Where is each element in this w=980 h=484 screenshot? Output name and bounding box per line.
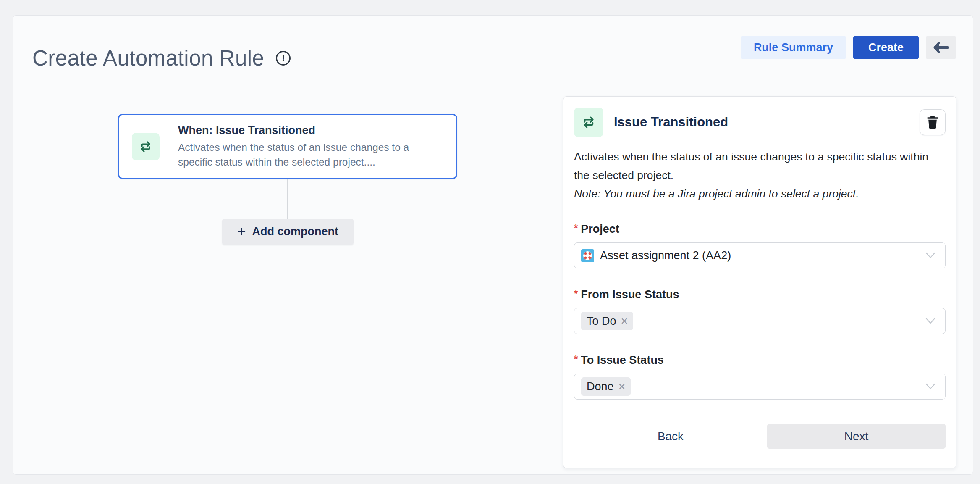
from-status-tag: To Do × [581, 312, 633, 330]
to-status-tag-text: Done [587, 380, 614, 393]
from-status-tag-text: To Do [587, 315, 616, 328]
from-status-field-label: * From Issue Status [574, 288, 946, 301]
project-field-label: * Project [574, 223, 946, 236]
required-asterisk: * [574, 288, 578, 300]
project-value-text: Asset assignment 2 (AA2) [600, 249, 731, 262]
panel-note: Note: You must be a Jira project admin t… [574, 184, 946, 203]
to-status-select[interactable]: Done × [574, 374, 946, 400]
main-container: Create Automation Rule ! Rule Summary Cr… [13, 15, 973, 475]
required-asterisk: * [574, 353, 578, 365]
trash-icon [926, 116, 939, 129]
remove-tag-icon[interactable]: × [618, 381, 626, 393]
trigger-node[interactable]: When: Issue Transitioned Activates when … [118, 114, 457, 179]
info-icon[interactable]: ! [276, 51, 291, 66]
trigger-node-description: Activates when the status of an issue ch… [178, 140, 443, 169]
panel-title: Issue Transitioned [614, 115, 728, 130]
chevron-down-icon [925, 318, 936, 324]
page-title: Create Automation Rule [32, 46, 264, 71]
from-status-label-text: From Issue Status [581, 288, 679, 301]
project-avatar-icon [581, 249, 594, 262]
node-connector-line [287, 179, 288, 219]
from-status-select[interactable]: To Do × [574, 308, 946, 334]
remove-tag-icon[interactable]: × [621, 315, 628, 327]
trigger-node-text: When: Issue Transitioned Activates when … [178, 124, 443, 169]
rule-summary-button[interactable]: Rule Summary [741, 36, 846, 59]
next-button[interactable]: Next [767, 424, 946, 449]
project-selected-value: Asset assignment 2 (AA2) [581, 249, 731, 262]
delete-component-button[interactable] [920, 109, 946, 135]
arrow-left-icon [933, 41, 949, 54]
chevron-down-icon [925, 383, 936, 390]
add-component-label: Add component [252, 225, 338, 238]
back-arrow-button[interactable] [926, 36, 956, 59]
page-header: Create Automation Rule ! [32, 46, 291, 71]
create-button[interactable]: Create [853, 36, 919, 59]
panel-actions: Back Next [574, 424, 946, 449]
config-panel: Issue Transitioned Activates when the st… [563, 96, 956, 468]
to-status-field-label: * To Issue Status [574, 354, 946, 367]
add-component-button[interactable]: + Add component [222, 219, 354, 245]
to-status-label-text: To Issue Status [581, 354, 664, 367]
header-actions: Rule Summary Create [741, 36, 956, 59]
required-asterisk: * [574, 222, 578, 234]
chevron-down-icon [925, 252, 936, 259]
to-status-tag: Done × [581, 377, 631, 396]
project-label-text: Project [581, 223, 619, 236]
panel-header: Issue Transitioned [574, 108, 946, 137]
project-select[interactable]: Asset assignment 2 (AA2) [574, 242, 946, 268]
trigger-node-title: When: Issue Transitioned [178, 124, 443, 137]
back-button[interactable]: Back [574, 430, 767, 443]
issue-transition-icon [132, 133, 160, 160]
plus-icon: + [237, 224, 246, 239]
issue-transition-icon [574, 108, 603, 137]
panel-description: Activates when the status of an issue ch… [574, 147, 946, 184]
